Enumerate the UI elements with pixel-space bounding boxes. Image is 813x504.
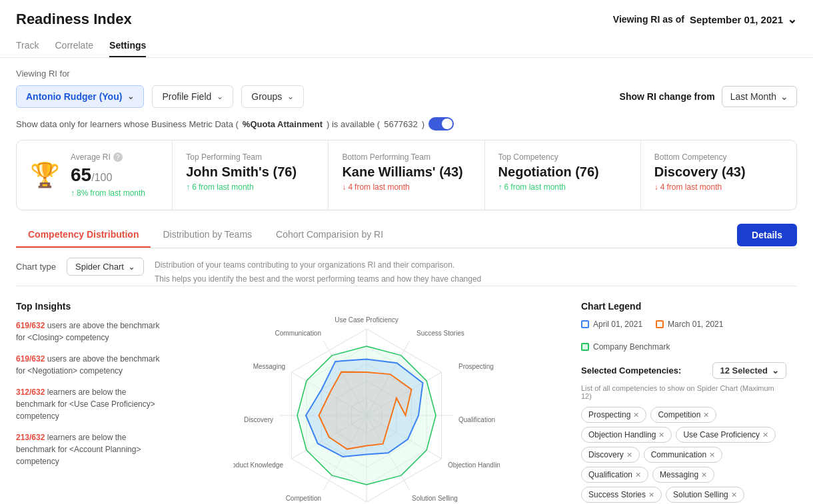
chart-type-select[interactable]: Spider Chart ⌄ <box>67 258 144 276</box>
remove-tag-icon[interactable]: ✕ <box>731 491 737 499</box>
bottom-team-change: 4 from last month <box>342 182 470 192</box>
top-team-name: John Smith's (76) <box>186 164 315 180</box>
tag-label: Communication <box>651 450 706 459</box>
avg-ri-label: Average RI <box>71 152 111 162</box>
selected-count-dropdown[interactable]: 12 Selected ⌄ <box>712 362 786 379</box>
tag-label: Use Case Proficiency <box>683 430 760 439</box>
tab-correlate[interactable]: Correlate <box>55 35 93 57</box>
bottom-team-name: Kane Williams' (43) <box>342 164 470 180</box>
user-filter-label: Antonio Rudger (You) <box>26 91 122 102</box>
tag-qualification: Qualification ✕ <box>581 467 648 483</box>
metric-text-before: Show data only for learners whose Busine… <box>16 119 239 129</box>
svg-text:Use Case Proficiency: Use Case Proficiency <box>335 316 399 324</box>
avg-ri-card: 🏆 Average RI ? 65/100 8% from last month <box>17 140 173 210</box>
tag-communication: Communication ✕ <box>644 447 722 463</box>
legend-dot-blue <box>581 320 589 328</box>
legend-label-march: March 01, 2021 <box>668 320 723 329</box>
tab-cohort-comparison[interactable]: Cohort Comparision by RI <box>264 222 395 248</box>
tag-prospecting: Prospecting ✕ <box>581 407 646 423</box>
up-arrow-icon <box>498 182 502 192</box>
insights-panel: Top Insights 619/632 users are above the… <box>16 294 163 504</box>
metric-text-after: ) <box>422 119 424 129</box>
tab-competency-distribution[interactable]: Competency Distribution <box>16 222 151 248</box>
insight-item: 619/632 users are above the benchmark fo… <box>16 320 163 344</box>
legend-item-march: March 01, 2021 <box>656 320 723 329</box>
groups-button[interactable]: Groups ⌄ <box>241 85 304 108</box>
remove-tag-icon[interactable]: ✕ <box>633 411 639 419</box>
metric-toggle[interactable] <box>428 117 454 130</box>
spider-chart-area: Use Case Proficiency Success Stories Pro… <box>163 294 570 504</box>
tag-use-case-proficiency: Use Case Proficiency ✕ <box>676 427 776 443</box>
svg-text:Success Stories: Success Stories <box>416 330 464 337</box>
tab-track[interactable]: Track <box>16 35 39 57</box>
legend-item-april: April 01, 2021 <box>581 320 642 329</box>
date-dropdown[interactable]: September 01, 2021 ⌄ <box>690 12 797 27</box>
tag-label: Prospecting <box>588 410 630 419</box>
show-ri-dropdown[interactable]: Last Month ⌄ <box>722 86 797 107</box>
tag-discovery: Discovery ✕ <box>581 447 640 463</box>
svg-text:Solution Selling: Solution Selling <box>412 495 458 502</box>
remove-tag-icon[interactable]: ✕ <box>709 451 715 459</box>
tag-list: Prospecting ✕ Competition ✕ Objection Ha… <box>581 407 786 504</box>
page-title: Readiness Index <box>16 11 132 28</box>
insight-item: 619/632 users are above the benchmark fo… <box>16 353 163 377</box>
stats-row: 🏆 Average RI ? 65/100 8% from last month <box>16 140 797 210</box>
remove-tag-icon[interactable]: ✕ <box>626 451 632 459</box>
insight-highlight: 619/632 <box>16 354 45 364</box>
top-competency-change: 6 from last month <box>498 182 627 192</box>
down-arrow-icon <box>654 182 658 192</box>
tab-distribution-teams[interactable]: Distribution by Teams <box>151 222 264 248</box>
chevron-down-icon: ⌄ <box>787 12 797 27</box>
tag-competition: Competition ✕ <box>650 407 716 423</box>
legend-label-april: April 01, 2021 <box>593 320 642 329</box>
top-competency-label: Top Competency <box>498 152 627 162</box>
show-ri-label: Show RI change from <box>620 91 715 102</box>
tag-label: Success Stories <box>588 490 646 499</box>
selected-comp-label: Selected Competencies: <box>581 366 681 376</box>
tag-messaging: Messaging ✕ <box>652 467 714 483</box>
bottom-competency-label: Bottom Competency <box>654 152 783 162</box>
top-competency-name: Negotiation (76) <box>498 164 627 180</box>
legend-dot-green <box>581 343 589 351</box>
chart-type-value: Spider Chart <box>75 262 124 272</box>
remove-tag-icon[interactable]: ✕ <box>703 411 709 419</box>
selected-count-value: 12 Selected <box>720 366 768 376</box>
tag-label: Solution Selling <box>673 490 728 499</box>
remove-tag-icon[interactable]: ✕ <box>701 471 707 479</box>
section-tabs-area: Competency Distribution Distribution by … <box>16 222 797 286</box>
profile-field-button[interactable]: Profile Field ⌄ <box>152 85 233 108</box>
remove-tag-icon[interactable]: ✕ <box>658 431 664 439</box>
tab-settings[interactable]: Settings <box>109 35 146 57</box>
svg-text:Communication: Communication <box>275 330 321 337</box>
nav-tabs: Track Correlate Settings <box>16 35 797 57</box>
chevron-down-icon: ⌄ <box>772 366 779 376</box>
metric-count: 5677632 <box>384 119 418 129</box>
tag-label: Messaging <box>660 470 698 479</box>
remove-tag-icon[interactable]: ✕ <box>762 431 768 439</box>
legend-item-benchmark: Company Benchmark <box>581 342 670 352</box>
metric-name: %Quota Attainment <box>243 119 323 129</box>
legend-items: April 01, 2021 March 01, 2021 Company Be… <box>581 320 786 352</box>
chart-options: Chart type Spider Chart ⌄ Distribution o… <box>16 248 797 286</box>
chart-desc-line2: This helps you identify the best and the… <box>155 273 481 286</box>
bottom-competency-name: Discovery (43) <box>654 164 783 180</box>
bottom-competency-card: Bottom Competency Discovery (43) 4 from … <box>641 140 796 210</box>
selected-competencies-header: Selected Competencies: 12 Selected ⌄ <box>581 362 786 379</box>
insight-item: 213/632 learners are below the benchmark… <box>16 431 163 467</box>
remove-tag-icon[interactable]: ✕ <box>648 491 654 499</box>
viewing-ri-section: Viewing RI as of September 01, 2021 ⌄ <box>613 12 797 27</box>
details-button[interactable]: Details <box>737 224 797 246</box>
legend-label-benchmark: Company Benchmark <box>593 342 670 352</box>
top-competency-card: Top Competency Negotiation (76) 6 from l… <box>485 140 641 210</box>
tag-label: Qualification <box>588 470 632 479</box>
insights-title: Top Insights <box>16 301 163 312</box>
chevron-down-icon: ⌄ <box>217 92 223 101</box>
remove-tag-icon[interactable]: ✕ <box>635 471 641 479</box>
bottom-team-card: Bottom Performing Team Kane Williams' (4… <box>329 140 484 210</box>
user-filter-button[interactable]: Antonio Rudger (You) ⌄ <box>16 85 144 108</box>
info-icon[interactable]: ? <box>113 152 123 162</box>
tag-objection-handling: Objection Handling ✕ <box>581 427 672 443</box>
insight-highlight: 213/632 <box>16 433 45 442</box>
svg-text:Product Knowledge: Product Knowledge <box>233 461 283 469</box>
list-hint: List of all competencies to show on Spid… <box>581 384 786 400</box>
